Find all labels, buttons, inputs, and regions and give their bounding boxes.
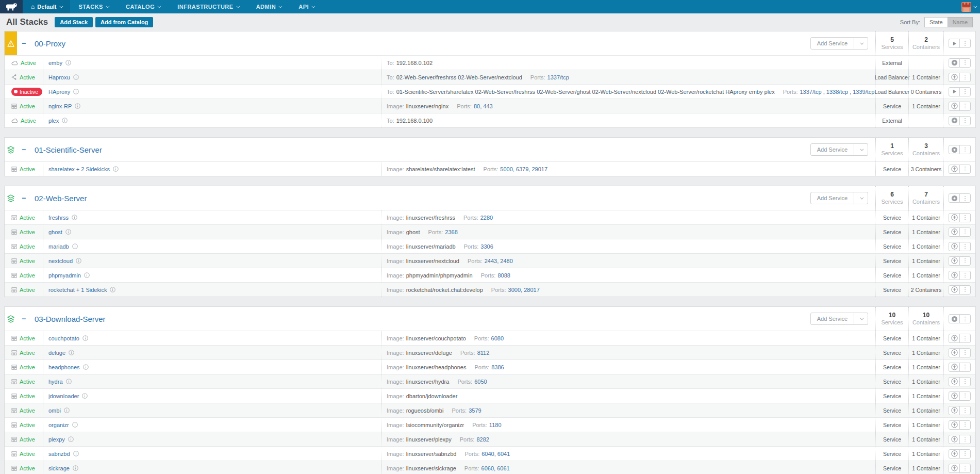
info-icon[interactable]: [83, 364, 89, 370]
add-service-button[interactable]: Add Service: [810, 143, 854, 156]
more-actions-button[interactable]: ⋮: [959, 449, 971, 459]
detail-link[interactable]: 8282: [476, 436, 489, 443]
more-actions-button[interactable]: ⋮: [959, 213, 971, 222]
service-name-link[interactable]: organizr: [48, 422, 69, 428]
info-icon[interactable]: [69, 350, 74, 355]
info-icon[interactable]: [64, 407, 70, 413]
service-name-link[interactable]: freshrss: [48, 215, 69, 221]
more-actions-button[interactable]: ⋮: [959, 193, 971, 203]
upgrade-button[interactable]: [949, 348, 960, 357]
upgrade-button[interactable]: [949, 73, 960, 82]
nav-item-infrastructure[interactable]: INFRASTRUCTURE: [169, 0, 247, 13]
add-service-button[interactable]: Add Service: [810, 37, 854, 50]
add-service-dropdown-button[interactable]: [854, 143, 868, 156]
more-actions-button[interactable]: ⋮: [959, 227, 971, 237]
info-icon[interactable]: [113, 166, 119, 172]
detail-link[interactable]: 8088: [497, 272, 510, 279]
add-service-dropdown-button[interactable]: [854, 37, 868, 50]
nav-item-api[interactable]: API: [290, 0, 323, 13]
service-name-link[interactable]: mariadb: [48, 243, 69, 250]
upgrade-button[interactable]: [949, 435, 960, 444]
more-actions-button[interactable]: ⋮: [959, 242, 971, 251]
stop-button[interactable]: [949, 193, 960, 203]
service-name-link[interactable]: emby: [48, 60, 62, 66]
more-actions-button[interactable]: ⋮: [959, 39, 971, 48]
service-name-link[interactable]: plex: [48, 118, 59, 124]
upgrade-button[interactable]: [949, 449, 960, 459]
upgrade-button[interactable]: [949, 377, 960, 386]
detail-link[interactable]: 3579: [469, 407, 481, 414]
stop-button[interactable]: [949, 145, 960, 154]
service-name-link[interactable]: sharelatex + 2 Sidekicks: [48, 166, 110, 172]
stack-name-link[interactable]: 03-Download-Server: [35, 307, 106, 331]
stack-name-link[interactable]: 02-Web-Server: [35, 186, 87, 210]
more-actions-button[interactable]: ⋮: [959, 391, 971, 401]
service-name-link[interactable]: sickrage: [48, 465, 70, 471]
service-name-link[interactable]: ghost: [48, 229, 62, 235]
service-name-link[interactable]: deluge: [48, 350, 65, 356]
more-actions-button[interactable]: ⋮: [959, 464, 971, 473]
detail-link[interactable]: 1337/tcp: [547, 74, 569, 80]
more-actions-button[interactable]: ⋮: [959, 363, 971, 372]
more-actions-button[interactable]: ⋮: [959, 420, 971, 430]
detail-link[interactable]: 5000, 6379, 29017: [500, 166, 547, 172]
detail-link[interactable]: 2280: [480, 215, 493, 221]
more-actions-button[interactable]: ⋮: [959, 348, 971, 357]
nav-item-admin[interactable]: ADMIN: [247, 0, 290, 13]
environment-selector[interactable]: ⌂ Default: [23, 0, 70, 13]
more-actions-button[interactable]: ⋮: [959, 377, 971, 386]
detail-link[interactable]: 8112: [477, 350, 490, 356]
info-icon[interactable]: [73, 465, 78, 471]
detail-link[interactable]: 3000, 28017: [508, 287, 540, 293]
service-name-link[interactable]: nextcloud: [48, 258, 73, 264]
detail-link[interactable]: 1180: [489, 422, 502, 428]
service-name-link[interactable]: plexpy: [48, 436, 65, 443]
detail-link[interactable]: 2443, 2480: [485, 258, 513, 264]
more-actions-button[interactable]: ⋮: [959, 165, 971, 174]
add-service-dropdown-button[interactable]: [854, 313, 868, 325]
info-icon[interactable]: [72, 243, 78, 249]
collapse-stack-button[interactable]: −: [17, 186, 30, 210]
play-button[interactable]: [949, 39, 960, 48]
more-actions-button[interactable]: ⋮: [959, 334, 971, 343]
info-icon[interactable]: [68, 436, 74, 442]
more-actions-button[interactable]: ⋮: [959, 406, 971, 415]
more-actions-button[interactable]: ⋮: [959, 116, 971, 125]
info-icon[interactable]: [65, 60, 71, 66]
more-actions-button[interactable]: ⋮: [959, 314, 971, 323]
info-icon[interactable]: [72, 215, 77, 220]
upgrade-button[interactable]: [949, 242, 960, 251]
info-icon[interactable]: [72, 422, 78, 428]
more-actions-button[interactable]: ⋮: [959, 256, 971, 266]
stop-button[interactable]: [949, 116, 960, 125]
more-actions-button[interactable]: ⋮: [959, 58, 971, 68]
info-icon[interactable]: [82, 335, 88, 341]
more-actions-button[interactable]: ⋮: [959, 102, 971, 111]
info-icon[interactable]: [73, 451, 79, 456]
info-icon[interactable]: [73, 74, 79, 80]
more-actions-button[interactable]: ⋮: [959, 285, 971, 295]
rancher-logo[interactable]: [0, 0, 23, 13]
info-icon[interactable]: [75, 103, 80, 109]
info-icon[interactable]: [84, 272, 90, 278]
collapse-stack-button[interactable]: −: [17, 307, 30, 331]
upgrade-button[interactable]: [949, 271, 960, 280]
more-actions-button[interactable]: ⋮: [959, 145, 971, 154]
upgrade-button[interactable]: [949, 420, 960, 430]
detail-link[interactable]: 8386: [491, 364, 504, 370]
sort-name-button[interactable]: Name: [948, 17, 973, 27]
upgrade-button[interactable]: [949, 102, 960, 111]
upgrade-button[interactable]: [949, 464, 960, 473]
service-name-link[interactable]: ombi: [48, 407, 61, 414]
upgrade-button[interactable]: [949, 165, 960, 174]
add-service-button[interactable]: Add Service: [810, 192, 854, 204]
service-name-link[interactable]: hydra: [48, 379, 63, 385]
add-service-button[interactable]: Add Service: [810, 313, 854, 325]
detail-link[interactable]: 6060, 6061: [481, 465, 510, 471]
info-icon[interactable]: [76, 258, 81, 264]
nav-item-catalog[interactable]: CATALOG: [117, 0, 169, 13]
chevron-down-icon[interactable]: [973, 4, 977, 8]
stop-button[interactable]: [949, 58, 960, 68]
upgrade-button[interactable]: [949, 285, 960, 295]
upgrade-button[interactable]: [949, 213, 960, 222]
